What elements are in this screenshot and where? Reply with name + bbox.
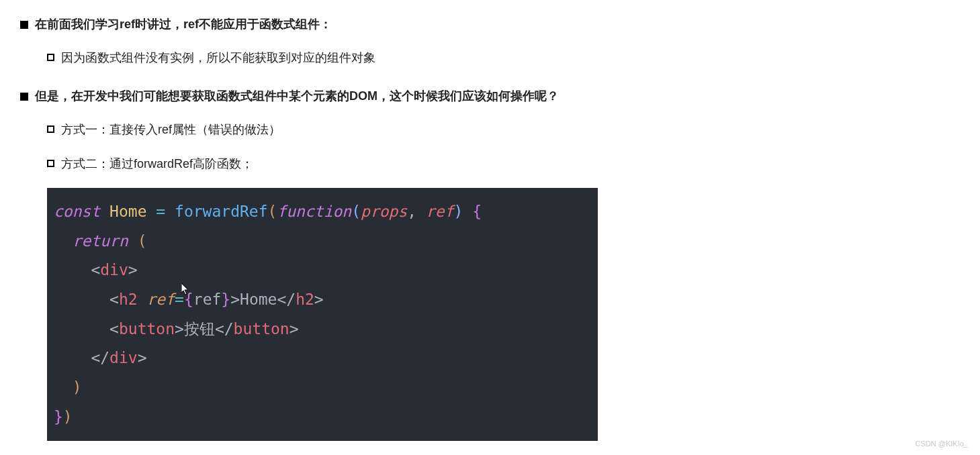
code-token: Home bbox=[109, 203, 146, 220]
bullet-1-text: 在前面我们学习ref时讲过，ref不能应用于函数式组件： bbox=[35, 13, 332, 35]
code-token: return bbox=[73, 232, 128, 250]
bullet-1-1-text: 因为函数式组件没有实例，所以不能获取到对应的组件对象 bbox=[61, 47, 375, 68]
bullet-2-1-text: 方式一：直接传入ref属性（错误的做法） bbox=[61, 119, 281, 140]
bullet-2-2: 方式二：通过forwardRef高阶函数； bbox=[47, 153, 960, 174]
bullet-1: 在前面我们学习ref时讲过，ref不能应用于函数式组件： bbox=[20, 13, 960, 35]
filled-square-icon bbox=[20, 93, 28, 101]
hollow-square-icon bbox=[47, 125, 54, 133]
bullet-2-2-text: 方式二：通过forwardRef高阶函数； bbox=[61, 153, 253, 174]
bullet-2: 但是，在开发中我们可能想要获取函数式组件中某个元素的DOM，这个时候我们应该如何… bbox=[20, 85, 960, 107]
filled-square-icon bbox=[20, 21, 28, 29]
hollow-square-icon bbox=[47, 160, 54, 167]
code-token: const bbox=[54, 203, 100, 220]
bullet-1-1: 因为函数式组件没有实例，所以不能获取到对应的组件对象 bbox=[47, 47, 960, 68]
code-token: forwardRef bbox=[175, 203, 267, 220]
bullet-2-text: 但是，在开发中我们可能想要获取函数式组件中某个元素的DOM，这个时候我们应该如何… bbox=[35, 85, 559, 107]
hollow-square-icon bbox=[47, 54, 54, 61]
bullet-2-1: 方式一：直接传入ref属性（错误的做法） bbox=[47, 119, 960, 140]
watermark: CSDN @KIKIo_ bbox=[916, 438, 968, 451]
code-block: const Home = forwardRef(function(props, … bbox=[47, 188, 598, 442]
